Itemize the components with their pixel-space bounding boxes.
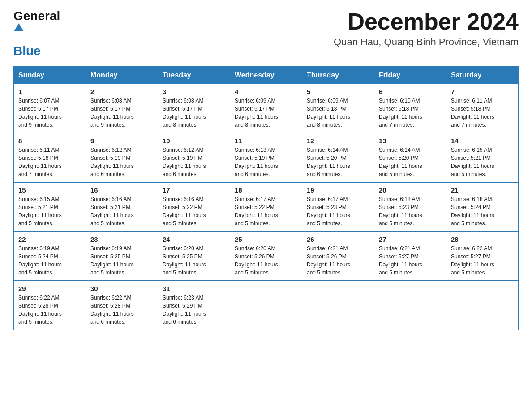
day-info: Sunrise: 6:21 AMSunset: 5:26 PMDaylight:… bbox=[307, 245, 350, 276]
day-number: 23 bbox=[90, 235, 153, 243]
day-number: 24 bbox=[163, 235, 225, 243]
calendar-cell: 11Sunrise: 6:13 AMSunset: 5:19 PMDayligh… bbox=[230, 133, 302, 182]
day-number: 15 bbox=[18, 186, 81, 194]
calendar-cell: 9Sunrise: 6:12 AMSunset: 5:19 PMDaylight… bbox=[86, 133, 158, 182]
header-monday: Monday bbox=[86, 67, 158, 84]
svg-marker-0 bbox=[14, 23, 24, 31]
calendar-cell: 15Sunrise: 6:15 AMSunset: 5:21 PMDayligh… bbox=[14, 182, 86, 231]
day-number: 9 bbox=[90, 137, 153, 145]
day-number: 14 bbox=[451, 137, 514, 145]
day-info: Sunrise: 6:22 AMSunset: 5:28 PMDaylight:… bbox=[90, 295, 134, 325]
calendar-cell: 16Sunrise: 6:16 AMSunset: 5:21 PMDayligh… bbox=[86, 182, 158, 231]
calendar-cell: 18Sunrise: 6:17 AMSunset: 5:22 PMDayligh… bbox=[230, 182, 302, 231]
logo-text-blue: Blue bbox=[13, 44, 41, 58]
title-section: December 2024 Quan Hau, Quang Binh Provi… bbox=[334, 9, 519, 48]
logo-container: General Blue bbox=[13, 9, 60, 58]
day-number: 28 bbox=[451, 235, 514, 243]
day-number: 22 bbox=[18, 235, 81, 243]
day-number: 21 bbox=[451, 186, 514, 194]
calendar-week-row: 8Sunrise: 6:11 AMSunset: 5:18 PMDaylight… bbox=[14, 133, 519, 182]
calendar-cell: 26Sunrise: 6:21 AMSunset: 5:26 PMDayligh… bbox=[302, 231, 374, 281]
day-info: Sunrise: 6:16 AMSunset: 5:22 PMDaylight:… bbox=[163, 196, 206, 227]
day-number: 31 bbox=[163, 285, 225, 292]
header-sunday: Sunday bbox=[14, 67, 86, 84]
calendar-cell: 5Sunrise: 6:09 AMSunset: 5:18 PMDaylight… bbox=[302, 84, 374, 133]
day-number: 4 bbox=[235, 88, 297, 95]
day-number: 16 bbox=[90, 186, 153, 194]
calendar-cell: 31Sunrise: 6:23 AMSunset: 5:29 PMDayligh… bbox=[158, 281, 230, 330]
day-info: Sunrise: 6:17 AMSunset: 5:22 PMDaylight:… bbox=[235, 196, 278, 227]
day-info: Sunrise: 6:21 AMSunset: 5:27 PMDaylight:… bbox=[379, 245, 422, 276]
calendar-cell: 6Sunrise: 6:10 AMSunset: 5:18 PMDaylight… bbox=[374, 84, 446, 133]
header-thursday: Thursday bbox=[302, 67, 374, 84]
day-info: Sunrise: 6:20 AMSunset: 5:26 PMDaylight:… bbox=[235, 245, 278, 276]
calendar-cell bbox=[230, 281, 302, 330]
calendar-cell: 8Sunrise: 6:11 AMSunset: 5:18 PMDaylight… bbox=[14, 133, 86, 182]
day-info: Sunrise: 6:20 AMSunset: 5:25 PMDaylight:… bbox=[163, 245, 206, 276]
logo-text-general: General bbox=[13, 9, 60, 23]
calendar-week-row: 29Sunrise: 6:22 AMSunset: 5:28 PMDayligh… bbox=[14, 281, 519, 330]
day-info: Sunrise: 6:14 AMSunset: 5:20 PMDaylight:… bbox=[307, 147, 350, 177]
day-number: 11 bbox=[235, 137, 297, 145]
day-number: 18 bbox=[235, 186, 297, 194]
calendar-cell: 17Sunrise: 6:16 AMSunset: 5:22 PMDayligh… bbox=[158, 182, 230, 231]
location-subtitle: Quan Hau, Quang Binh Province, Vietnam bbox=[334, 36, 519, 48]
day-number: 30 bbox=[90, 285, 153, 292]
day-info: Sunrise: 6:12 AMSunset: 5:19 PMDaylight:… bbox=[90, 147, 134, 177]
calendar-week-row: 22Sunrise: 6:19 AMSunset: 5:24 PMDayligh… bbox=[14, 231, 519, 281]
calendar-cell: 10Sunrise: 6:12 AMSunset: 5:19 PMDayligh… bbox=[158, 133, 230, 182]
calendar-cell: 4Sunrise: 6:09 AMSunset: 5:17 PMDaylight… bbox=[230, 84, 302, 133]
day-info: Sunrise: 6:09 AMSunset: 5:17 PMDaylight:… bbox=[235, 98, 278, 128]
logo: General Blue bbox=[13, 9, 60, 58]
day-number: 10 bbox=[163, 137, 225, 145]
day-info: Sunrise: 6:15 AMSunset: 5:21 PMDaylight:… bbox=[18, 196, 62, 227]
calendar-cell: 7Sunrise: 6:11 AMSunset: 5:18 PMDaylight… bbox=[446, 84, 519, 133]
calendar-cell: 3Sunrise: 6:08 AMSunset: 5:17 PMDaylight… bbox=[158, 84, 230, 133]
calendar-cell: 29Sunrise: 6:22 AMSunset: 5:28 PMDayligh… bbox=[14, 281, 86, 330]
header-friday: Friday bbox=[374, 67, 446, 84]
calendar-cell: 19Sunrise: 6:17 AMSunset: 5:23 PMDayligh… bbox=[302, 182, 374, 231]
calendar-cell: 1Sunrise: 6:07 AMSunset: 5:17 PMDaylight… bbox=[14, 84, 86, 133]
calendar-cell: 25Sunrise: 6:20 AMSunset: 5:26 PMDayligh… bbox=[230, 231, 302, 281]
day-number: 13 bbox=[379, 137, 442, 145]
day-info: Sunrise: 6:09 AMSunset: 5:18 PMDaylight:… bbox=[307, 98, 350, 128]
calendar-cell bbox=[302, 281, 374, 330]
day-number: 29 bbox=[18, 285, 81, 292]
calendar-cell: 23Sunrise: 6:19 AMSunset: 5:25 PMDayligh… bbox=[86, 231, 158, 281]
day-number: 2 bbox=[90, 88, 153, 95]
calendar-cell bbox=[446, 281, 519, 330]
day-info: Sunrise: 6:19 AMSunset: 5:24 PMDaylight:… bbox=[18, 245, 62, 276]
day-info: Sunrise: 6:08 AMSunset: 5:17 PMDaylight:… bbox=[163, 98, 206, 128]
day-info: Sunrise: 6:17 AMSunset: 5:23 PMDaylight:… bbox=[307, 196, 350, 227]
calendar-cell: 21Sunrise: 6:18 AMSunset: 5:24 PMDayligh… bbox=[446, 182, 519, 231]
day-number: 1 bbox=[18, 88, 81, 95]
day-number: 5 bbox=[307, 88, 369, 95]
day-info: Sunrise: 6:18 AMSunset: 5:24 PMDaylight:… bbox=[451, 196, 494, 227]
day-number: 26 bbox=[307, 235, 369, 243]
logo-icon bbox=[13, 23, 60, 36]
day-number: 25 bbox=[235, 235, 297, 243]
calendar-cell bbox=[374, 281, 446, 330]
calendar-cell: 12Sunrise: 6:14 AMSunset: 5:20 PMDayligh… bbox=[302, 133, 374, 182]
day-number: 6 bbox=[379, 88, 442, 95]
calendar-week-row: 1Sunrise: 6:07 AMSunset: 5:17 PMDaylight… bbox=[14, 84, 519, 133]
header-saturday: Saturday bbox=[446, 67, 519, 84]
day-number: 7 bbox=[451, 88, 514, 95]
calendar-cell: 2Sunrise: 6:08 AMSunset: 5:17 PMDaylight… bbox=[86, 84, 158, 133]
day-number: 12 bbox=[307, 137, 369, 145]
day-number: 20 bbox=[379, 186, 442, 194]
day-info: Sunrise: 6:10 AMSunset: 5:18 PMDaylight:… bbox=[379, 98, 422, 128]
calendar-cell: 14Sunrise: 6:15 AMSunset: 5:21 PMDayligh… bbox=[446, 133, 519, 182]
day-info: Sunrise: 6:22 AMSunset: 5:27 PMDaylight:… bbox=[451, 245, 494, 276]
day-number: 3 bbox=[163, 88, 225, 95]
day-info: Sunrise: 6:13 AMSunset: 5:19 PMDaylight:… bbox=[235, 147, 278, 177]
page-header: General Blue December 2024 Quan Hau, Qua… bbox=[13, 9, 519, 58]
calendar-week-row: 15Sunrise: 6:15 AMSunset: 5:21 PMDayligh… bbox=[14, 182, 519, 231]
day-info: Sunrise: 6:14 AMSunset: 5:20 PMDaylight:… bbox=[379, 147, 422, 177]
day-info: Sunrise: 6:11 AMSunset: 5:18 PMDaylight:… bbox=[451, 98, 494, 128]
header-wednesday: Wednesday bbox=[230, 67, 302, 84]
calendar-cell: 22Sunrise: 6:19 AMSunset: 5:24 PMDayligh… bbox=[14, 231, 86, 281]
calendar-cell: 20Sunrise: 6:18 AMSunset: 5:23 PMDayligh… bbox=[374, 182, 446, 231]
day-info: Sunrise: 6:08 AMSunset: 5:17 PMDaylight:… bbox=[90, 98, 134, 128]
day-info: Sunrise: 6:12 AMSunset: 5:19 PMDaylight:… bbox=[163, 147, 206, 177]
